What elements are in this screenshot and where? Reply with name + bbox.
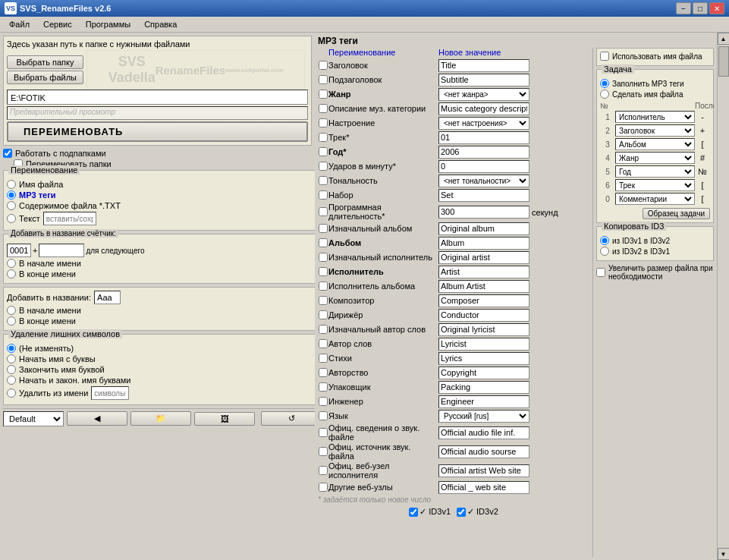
mp3-field-select-4[interactable]: <нет настроения> (438, 117, 529, 130)
text-input[interactable] (43, 212, 96, 225)
mp3-field-checkbox-6[interactable] (318, 147, 328, 156)
radio-add-end[interactable] (7, 316, 16, 326)
mp3-field-checkbox-21[interactable] (318, 368, 328, 377)
mp3-field-checkbox-20[interactable] (318, 354, 328, 363)
mp3-field-select-2[interactable]: <нет жанра> (438, 88, 529, 101)
radio-start-end[interactable] (7, 376, 16, 385)
mp3-field-checkbox-12[interactable] (318, 238, 328, 247)
mp3-field-input-0[interactable] (438, 59, 529, 72)
profile-dropdown[interactable]: Default (3, 411, 64, 426)
select-files-button[interactable]: Выбрать файлы (7, 71, 83, 84)
counter-step[interactable] (39, 244, 84, 257)
mp3-field-input-19[interactable] (438, 338, 529, 351)
radio-id3v1-to-v2[interactable] (600, 236, 609, 245)
radio-id3v2-to-v1[interactable] (600, 247, 609, 256)
radio-make-filename[interactable] (600, 90, 609, 99)
mp3-field-checkbox-27[interactable] (318, 466, 328, 475)
mp3-field-input-26[interactable] (438, 445, 529, 458)
mp3-field-checkbox-22[interactable] (318, 382, 328, 392)
mp3-field-input-27[interactable] (438, 464, 529, 477)
mp3-field-input-5[interactable] (438, 131, 529, 144)
id3v2-checkbox[interactable] (457, 508, 466, 517)
radio-fill-mp3[interactable] (600, 79, 609, 88)
maximize-button[interactable]: □ (693, 2, 708, 14)
mp3-field-checkbox-4[interactable] (318, 118, 328, 127)
mp3-field-input-14[interactable] (438, 266, 529, 278)
radio-mp3[interactable] (7, 190, 16, 200)
menu-programs[interactable]: Программы (80, 18, 137, 30)
mp3-field-checkbox-3[interactable] (318, 104, 328, 113)
id3v1-checkbox[interactable] (409, 508, 418, 517)
mp3-field-input-3[interactable] (438, 102, 529, 115)
remove-chars-input[interactable] (91, 386, 129, 400)
mp3-field-checkbox-18[interactable] (318, 325, 328, 334)
mp3-field-select-24[interactable]: Русский [rus] (438, 410, 529, 423)
task-tag-select-1[interactable]: Заголовок (615, 124, 695, 137)
mp3-field-checkbox-10[interactable] (318, 207, 328, 216)
increase-size-checkbox[interactable] (596, 268, 605, 277)
mp3-field-input-23[interactable] (438, 395, 529, 408)
radio-remove-from[interactable] (7, 389, 16, 398)
mp3-field-input-10[interactable] (438, 206, 529, 219)
mp3-field-input-1[interactable] (438, 74, 529, 87)
mp3-field-input-22[interactable] (438, 381, 529, 394)
mp3-field-input-7[interactable] (438, 160, 529, 173)
rename-button[interactable]: ПЕРЕИМЕНОВАТЬ (7, 121, 308, 142)
mp3-field-checkbox-16[interactable] (318, 296, 328, 305)
mp3-field-input-17[interactable] (438, 309, 529, 322)
radio-counter-end[interactable] (7, 269, 16, 278)
task-tag-select-5[interactable]: Трек (615, 179, 695, 191)
mp3-field-checkbox-26[interactable] (318, 447, 328, 456)
mp3-field-input-25[interactable] (438, 426, 529, 439)
mp3-field-checkbox-9[interactable] (318, 190, 328, 200)
mp3-field-checkbox-14[interactable] (318, 267, 328, 276)
refresh-button[interactable]: ↺ (261, 411, 315, 426)
mp3-field-input-6[interactable] (438, 146, 529, 159)
radio-end-upper[interactable] (7, 365, 16, 374)
add-to-name-input[interactable] (94, 291, 121, 304)
mp3-field-checkbox-0[interactable] (318, 61, 328, 70)
mp3-field-checkbox-19[interactable] (318, 339, 328, 348)
scroll-down-button[interactable]: ▼ (718, 548, 730, 560)
menu-service[interactable]: Сервис (37, 18, 78, 30)
use-filename-checkbox[interactable] (600, 52, 609, 61)
task-tag-select-4[interactable]: Год (615, 165, 695, 178)
mp3-field-checkbox-11[interactable] (318, 224, 328, 233)
radio-filename[interactable] (7, 180, 16, 189)
mp3-field-input-20[interactable] (438, 352, 529, 365)
scroll-up-button[interactable]: ▲ (718, 33, 730, 45)
subfolders-checkbox[interactable] (3, 149, 12, 158)
close-button[interactable]: ✕ (709, 2, 724, 14)
scroll-thumb[interactable] (718, 46, 729, 77)
mp3-field-input-11[interactable] (438, 222, 529, 235)
task-tag-select-6[interactable]: Комментарии (615, 193, 695, 205)
mp3-field-checkbox-1[interactable] (318, 75, 328, 84)
mp3-field-checkbox-25[interactable] (318, 428, 328, 437)
menu-file[interactable]: Файл (3, 18, 36, 30)
menu-help[interactable]: Справка (138, 18, 183, 30)
mp3-field-checkbox-15[interactable] (318, 282, 328, 291)
radio-start-upper[interactable] (7, 354, 16, 363)
mp3-field-checkbox-2[interactable] (318, 90, 328, 99)
mp3-field-input-12[interactable] (438, 237, 529, 250)
sample-task-button[interactable]: Образец задачи (643, 208, 710, 219)
counter-input[interactable] (7, 244, 31, 257)
mp3-field-input-9[interactable] (438, 189, 529, 202)
mp3-field-checkbox-13[interactable] (318, 253, 328, 262)
scrollbar[interactable]: ▲ ▼ (717, 33, 729, 560)
mp3-field-checkbox-28[interactable] (318, 483, 328, 492)
task-tag-select-3[interactable]: Жанр (615, 152, 695, 164)
radio-counter-start[interactable] (7, 259, 16, 268)
mp3-field-checkbox-17[interactable] (318, 310, 328, 319)
mp3-field-checkbox-24[interactable] (318, 411, 328, 420)
mp3-field-checkbox-23[interactable] (318, 397, 328, 406)
mp3-field-input-13[interactable] (438, 251, 529, 264)
image-button[interactable]: 🖼 (194, 412, 255, 426)
radio-txt[interactable] (7, 201, 16, 210)
mp3-field-input-15[interactable] (438, 280, 529, 293)
minimize-button[interactable]: − (676, 2, 691, 14)
radio-text[interactable] (7, 214, 16, 223)
prev-button[interactable]: ◀ (67, 411, 127, 426)
radio-remove-no[interactable] (7, 344, 16, 353)
folder-button[interactable]: 📁 (130, 411, 191, 426)
